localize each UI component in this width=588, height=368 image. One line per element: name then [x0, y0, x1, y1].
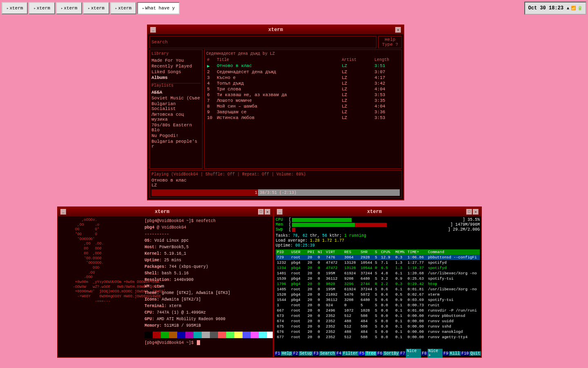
- library-item-albums[interactable]: Albums: [151, 75, 200, 81]
- table-row[interactable]: 677 root 20 0 2352 512 508 S 0.0 0.1 0:0…: [276, 334, 480, 340]
- taskbar-btn-1[interactable]: xterm: [2, 2, 28, 14]
- track-row[interactable]: 2 Седемнадесет дена дъжд LZ 3:07: [206, 69, 400, 75]
- th-artist: Artist: [342, 58, 374, 62]
- playlist-bulgaria[interactable]: Bulgaria people's r: [151, 139, 200, 149]
- track-row[interactable]: 4 Топъл дъжд LZ 3:42: [206, 81, 400, 86]
- swp-bar-fill: [292, 228, 295, 232]
- color-block: [251, 332, 259, 338]
- table-row[interactable]: 1796 pbg4 20 0 9820 3296 2744 R 2.2 0.3 …: [276, 281, 480, 287]
- taskbar-btn-4[interactable]: xterm: [83, 2, 109, 14]
- track-row[interactable]: 9 Завръщам се LZ 3:36: [206, 109, 400, 115]
- music-close-btn[interactable]: ✕: [395, 27, 401, 33]
- track-row[interactable]: 6 Ти казваш не, аз казвам да LZ 3:53: [206, 92, 400, 98]
- neofetch-info: [pbg4@VoidBookG4 ~]$ neofetch pbg4 @ Voi…: [141, 218, 273, 355]
- track-num: 8: [207, 104, 217, 109]
- neofetch-maximize-btn[interactable]: □: [258, 209, 264, 215]
- func-num: F9: [443, 351, 449, 356]
- table-row[interactable]: 1539 pbg4 20 0 36112 9208 6480 S 3.2 0.9…: [276, 276, 480, 281]
- funcbar-item-sortby[interactable]: F6 SortBy: [376, 350, 399, 357]
- table-row[interactable]: 1234 pbg4 20 0 47472 13128 10544 R 6.5 1…: [276, 265, 480, 271]
- track-artist: LZ: [342, 75, 374, 80]
- color-block: [218, 332, 226, 338]
- neo-prompt2: [pbg4@VoidBookG4 ~]$: [145, 340, 273, 346]
- music-minimize-btn[interactable]: _: [150, 27, 156, 33]
- funcbar-item-help[interactable]: F1 Help: [274, 350, 292, 357]
- swp-label: Swp: [276, 227, 288, 232]
- taskbar-btn-6[interactable]: What have y: [137, 2, 180, 14]
- taskbar-btn-3[interactable]: xterm: [56, 2, 82, 14]
- playlist-soviet[interactable]: Soviet Music (Съве: [151, 95, 200, 101]
- track-row[interactable]: 3 Късно е LZ 4:17: [206, 75, 400, 81]
- tasks-cyan: 78: [293, 233, 298, 238]
- taskbar-btn-2[interactable]: xterm: [29, 2, 55, 14]
- neo-memory: Memory: 511MiB / 995MiB: [145, 323, 273, 329]
- neo-os: OS: Void Linux ppc: [145, 238, 273, 244]
- table-row[interactable]: 1544 pbg4 20 0 36112 3208 6480 S 0.6 0.9…: [276, 297, 480, 303]
- table-row[interactable]: 673 root 20 0 2352 512 508 S 0.0 0.1 0:0…: [276, 313, 480, 319]
- mem-bar-row: Mem [ ] 1479M/996M: [276, 222, 480, 227]
- playlist-litovska[interactable]: Литовска соц музика: [151, 112, 200, 122]
- func-label: Nice +: [428, 349, 443, 357]
- htop-maximize-btn[interactable]: □: [466, 209, 472, 215]
- taskbar-btn-5[interactable]: xterm: [110, 2, 136, 14]
- search-input[interactable]: [168, 40, 375, 45]
- color-block: [185, 332, 194, 338]
- funcbar-item-kill[interactable]: F9 Kill: [443, 350, 461, 357]
- ascii-art: ,oOOOo. ,OO .o OO O' 'OO O 'OOOOOO' ,OO …: [60, 218, 141, 355]
- library-item-liked-songs[interactable]: Liked Songs: [151, 69, 200, 75]
- track-row[interactable]: 8 Мой син – шамба LZ 4:04: [206, 103, 400, 109]
- funcbar-item-nice -[interactable]: F7 Nice -: [399, 350, 421, 357]
- table-row[interactable]: 1528 pbg4 20 0 21892 5476 5072 S 0.6 0.5…: [276, 292, 480, 297]
- neo-sep: ----------: [145, 231, 273, 238]
- playlist-nu-pogodi[interactable]: Nu Pogodi!: [151, 133, 200, 139]
- table-row[interactable]: 1401 root 20 0 195M 61924 37244 S 4.8 6.…: [276, 271, 480, 276]
- neofetch-minimize-btn[interactable]: _: [60, 209, 66, 215]
- playlist-abba[interactable]: АББА: [151, 90, 200, 95]
- table-row[interactable]: 1405 root 20 0 195M 61924 37244 S 0.6 6.…: [276, 287, 480, 292]
- color-block: [194, 332, 202, 338]
- taskbar: xterm xterm xterm xterm xterm What have …: [0, 0, 588, 16]
- neo-hostname: VoidBookG4: [162, 225, 186, 230]
- color-block: [161, 332, 169, 338]
- table-row[interactable]: 1 root 20 0 924 0 5 S 0.0 0.1 0:00.73 ru…: [276, 303, 480, 308]
- library-item-made-for-you[interactable]: Made For You: [151, 58, 200, 63]
- progress-container[interactable]: 1:38/3:51 (-2:13): [151, 189, 400, 196]
- table-row[interactable]: 674 root 20 0 2352 488 484 S 0.0 0.1 0:0…: [276, 319, 480, 324]
- funcbar-item-nice +[interactable]: F8 Nice +: [421, 350, 443, 357]
- tasks-col: Tasks: 78, 62 thr, 56 kthr; 1 running Lo…: [276, 233, 366, 248]
- func-num: F2: [292, 351, 299, 356]
- funcbar-item-quit[interactable]: F10 Quit: [461, 350, 481, 357]
- neofetch-close-btn[interactable]: ✕: [265, 209, 270, 215]
- funcbar-item-setup[interactable]: F2 Setup: [292, 350, 313, 357]
- htop-minimize-btn[interactable]: _: [277, 209, 283, 215]
- music-window-btns: _: [150, 27, 156, 33]
- table-row[interactable]: 676 root 20 0 2352 488 484 S 0.0 0.1 0:0…: [276, 329, 480, 334]
- neo-user-host: pbg4 @ VoidBookG4: [145, 224, 273, 231]
- library-item-recently-played[interactable]: Recently Played: [151, 63, 200, 69]
- track-row[interactable]: ▶ Отново в клас LZ 3:51: [206, 63, 400, 69]
- signal-icon: 📶: [571, 6, 576, 11]
- track-length: 3:51: [374, 63, 399, 69]
- track-row[interactable]: 10 Истинска любов LZ 3:53: [206, 115, 400, 121]
- color-block: [243, 332, 251, 338]
- track-artist: LZ: [342, 104, 374, 109]
- htop-close-btn[interactable]: ✕: [473, 209, 479, 215]
- th-length: Length: [374, 58, 399, 62]
- neo-packages: Packages: 744 (xbps-query): [145, 264, 273, 270]
- table-row[interactable]: 729 root 20 0 7476 3064 2928 S 12.9 0.3 …: [276, 255, 480, 260]
- table-row[interactable]: 667 root 20 0 2496 1072 1028 S 0.0 0.1 0…: [276, 308, 480, 313]
- htop-content: CPU [ ] 35.5% Mem [ ] 1479M/996M Swp: [274, 216, 481, 357]
- htop-stats: Tasks: 78, 62 thr, 56 kthr; 1 running Lo…: [276, 233, 480, 248]
- playlist-70s80s[interactable]: 70s/80s Eastern Blo: [151, 122, 200, 133]
- table-row[interactable]: 675 root 20 0 2352 512 508 S 0.0 0.1 0:0…: [276, 324, 480, 329]
- funcbar-item-filter[interactable]: F4 Filter: [336, 350, 359, 357]
- neo-prompt1-text: [pbg4@VoidBookG4 ~]$ neofetch: [145, 219, 216, 223]
- track-row[interactable]: 5 Три слова LZ 4:04: [206, 86, 400, 92]
- funcbar-item-search[interactable]: F3 Search: [313, 350, 336, 357]
- funcbar-item-tree[interactable]: F5 Tree: [359, 350, 376, 357]
- mem-val: 1479M/996M: [455, 222, 480, 227]
- table-row[interactable]: 1232 pbg4 20 0 47472 13128 10544 S 7.1 1…: [276, 260, 480, 265]
- playlist-bulgarian[interactable]: Bulgarian Socialist: [151, 101, 200, 112]
- track-row[interactable]: 7 Лошото момиче LZ 3:35: [206, 98, 400, 103]
- playing-bar: Playing (VoidBookG4 | Shuffle: Off | Rep…: [149, 170, 402, 198]
